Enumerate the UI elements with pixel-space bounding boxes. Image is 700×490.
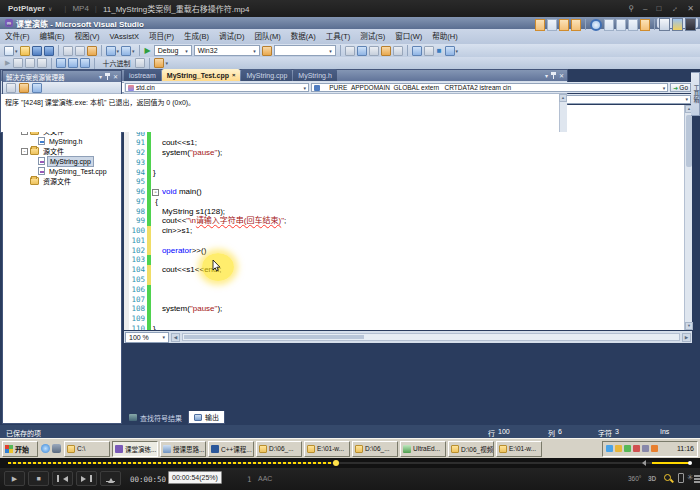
previous-button[interactable] [52,471,73,486]
player-seekbar[interactable] [0,458,700,468]
expander-icon[interactable] [29,138,36,145]
menu-item[interactable]: 数据(A) [286,30,321,43]
copy-icon[interactable] [75,46,85,56]
redo-icon[interactable] [121,46,131,56]
continue-icon[interactable]: ▶ [4,58,11,68]
expander-icon[interactable] [29,158,36,165]
menu-item[interactable]: 视图(V) [70,30,105,43]
scroll-down-icon[interactable]: ▼ [685,322,693,330]
toolbar-icon[interactable] [412,46,422,56]
maximize-button[interactable]: □ [656,4,661,13]
volume-handle[interactable] [688,461,692,465]
code-line[interactable]: 93 [124,158,684,168]
menu-item[interactable]: 窗口(W) [390,30,427,43]
start-debug-icon[interactable]: ▶ [144,46,152,56]
stop-debug-icon[interactable] [25,58,35,68]
toolbar-icon[interactable] [445,46,455,56]
chevron-down-icon[interactable]: ▾ [117,48,120,54]
code-line[interactable]: 98 MyString s1(128); [124,207,684,217]
code-line[interactable]: 101 [124,236,684,246]
menu-item[interactable]: 团队(M) [249,30,285,43]
properties-icon[interactable] [6,83,16,93]
quick-launch-icon[interactable] [52,444,61,453]
save-icon[interactable] [32,46,42,56]
toolbar-icon[interactable] [369,46,379,56]
menu-item[interactable]: 文件(F) [0,30,35,43]
taskbar-button[interactable]: UltraEd... [400,441,446,457]
player-menu-caret-icon[interactable]: ∨ [48,5,52,12]
play-button[interactable]: ▶ [4,471,25,486]
toolbar-icon[interactable] [262,46,272,56]
solution-explorer-header[interactable]: 解决方案资源管理器 ▾ ✕ [3,71,121,82]
editor-tab[interactable]: MyString.h [293,69,336,81]
quick-launch-icon[interactable] [41,444,50,453]
menu-item[interactable]: 帮助(H) [427,30,462,43]
tree-item[interactable]: MyString.cpp [3,156,121,166]
tray-icon[interactable] [651,445,658,452]
menu-item[interactable]: 编辑(E) [35,30,70,43]
code-line[interactable]: 94} [124,168,684,178]
undo-icon[interactable] [106,46,116,56]
new-file-icon[interactable] [4,46,14,56]
code-line[interactable]: 100 cin>>s1; [124,226,684,236]
volume-icon[interactable] [639,460,646,466]
settings-gear-icon[interactable]: ✳ [687,473,694,482]
toolbar-icon[interactable] [393,46,403,56]
code-line[interactable]: 96-void main() [124,187,684,197]
output-scrollbar[interactable]: ▲ [559,94,567,132]
start-button[interactable]: 开始 [2,441,38,457]
go-button[interactable]: ➜ Go [670,83,691,92]
next-button[interactable] [76,471,97,486]
custom-tool-icon[interactable] [547,19,557,31]
code-line[interactable]: 106 [124,285,684,295]
break-all-icon[interactable] [13,58,23,68]
tree-item[interactable]: 资源文件 [3,176,121,186]
toolbar-icon[interactable] [381,46,391,56]
code-line[interactable]: 97 { [124,197,684,207]
chevron-down-icon[interactable]: ▾ [132,48,135,54]
refresh-icon[interactable] [32,83,42,93]
taskbar-button[interactable]: D:\06_... [352,441,398,457]
close-button[interactable]: ✕ [687,4,694,13]
tray-icon[interactable] [633,445,640,452]
editor-tab[interactable]: iostream [124,69,161,81]
custom-tool-icon[interactable] [590,19,602,31]
taskbar-button[interactable]: C:\ [64,441,110,457]
taskbar-button[interactable]: C++课程... [208,441,254,457]
custom-tool-icon[interactable] [685,18,696,31]
toolbar-icon[interactable] [135,58,145,68]
3d-icon[interactable]: 3D [648,475,656,482]
vr-360-icon[interactable]: 360° [628,475,641,482]
menu-item[interactable]: 调试(D) [214,30,249,43]
scrollbar-thumb[interactable] [686,115,692,167]
toolbox-tab[interactable]: 工具箱 [691,72,700,116]
custom-tool-icon[interactable] [659,18,670,31]
code-line[interactable]: 95 [124,177,684,187]
prototype-dropdown[interactable]: __PURE_APPDOMAIN_GLOBAL extern _CRTDATA2… [311,83,668,92]
taskbar-button[interactable]: D:\06_视频 [448,441,494,457]
tree-item[interactable]: - 源文件 [3,146,121,156]
code-editor[interactable]: 88 cout<<"\n请输入字符串(回车结束)";89 cin>>s1;909… [124,105,684,330]
tray-icon[interactable] [624,445,631,452]
custom-tool-icon[interactable] [616,19,626,31]
fullscreen-icon[interactable]: ↔ [668,2,680,14]
windows-icon[interactable] [154,58,164,68]
taskbar-button[interactable]: 课堂演练... [112,441,158,457]
pin-icon[interactable] [105,73,110,80]
chevron-down-icon[interactable]: ▾ [99,73,102,80]
player-app-name[interactable]: PotPlayer [8,4,45,13]
menu-item[interactable]: VAssistX [105,30,144,43]
scroll-right-icon[interactable]: ▶ [682,333,691,342]
custom-tool-icon[interactable] [559,19,569,31]
toolbar-overflow-icon[interactable]: ▾ [456,48,459,54]
editor-vertical-scrollbar[interactable]: ▲ ▼ [684,105,692,330]
video-frame[interactable]: ∞ 课堂演练 - Microsoft Visual Studio – ❐ ✕ 文… [0,17,700,458]
close-icon[interactable]: × [232,72,236,78]
code-fold-icon[interactable]: - [152,189,159,196]
paste-icon[interactable] [87,46,97,56]
menu-item[interactable]: 生成(B) [179,30,214,43]
bottom-panel-tab[interactable]: 输出 [188,411,225,424]
horizontal-scrollbar[interactable] [182,333,680,341]
show-all-files-icon[interactable] [19,83,29,93]
taskbar-button[interactable]: 授课思路... [160,441,206,457]
